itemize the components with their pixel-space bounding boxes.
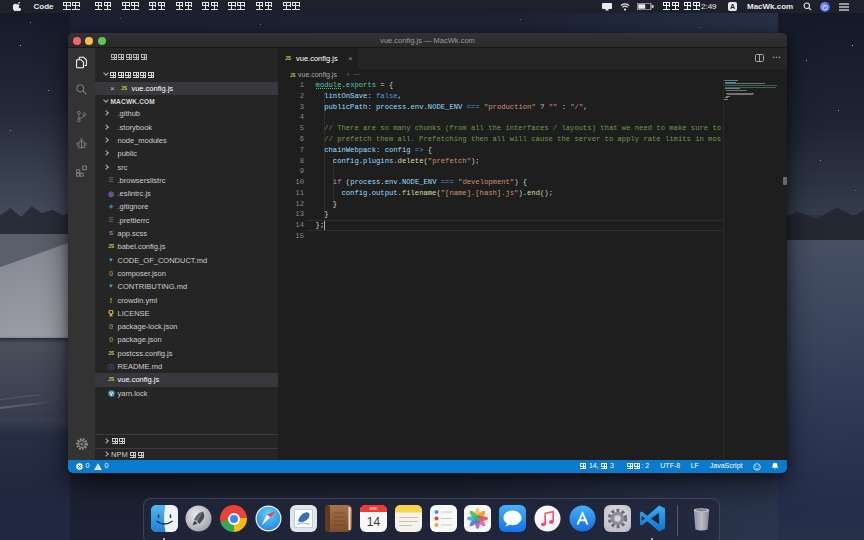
svg-text:14: 14 [367, 515, 381, 529]
svg-text:WED: WED [369, 507, 377, 511]
